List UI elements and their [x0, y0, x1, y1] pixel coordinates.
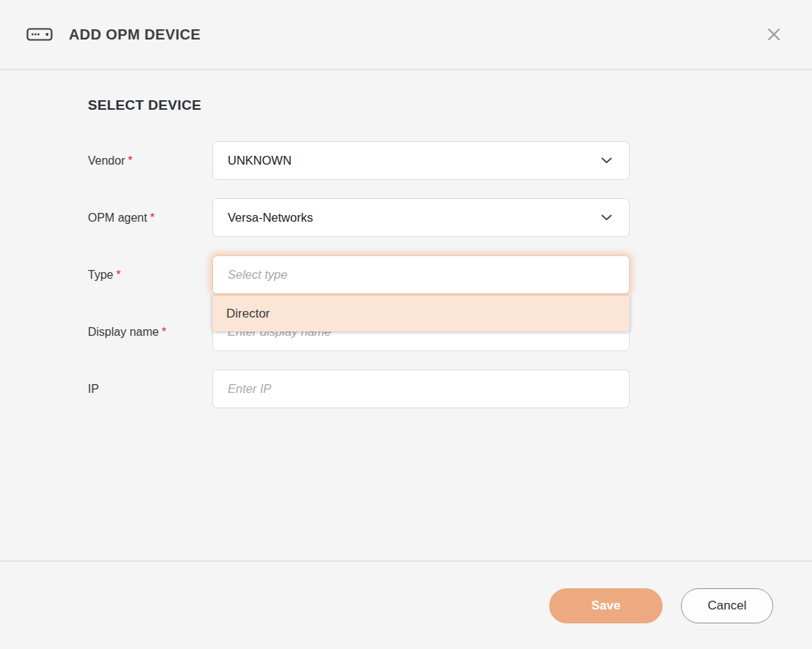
- vendor-label-text: Vendor: [88, 154, 125, 167]
- opm-agent-select[interactable]: Versa-Networks: [212, 198, 630, 237]
- type-option-director[interactable]: Director: [212, 296, 630, 331]
- required-asterisk: *: [128, 154, 133, 167]
- device-form: Vendor* UNKNOWN OPM agent* Vers: [88, 141, 812, 408]
- type-control-wrap: Director: [212, 255, 630, 294]
- ip-label: IP: [88, 383, 212, 396]
- opm-device-icon: [26, 27, 53, 42]
- chevron-down-icon: [600, 214, 613, 222]
- dialog-footer: Save Cancel: [0, 560, 812, 649]
- cancel-button[interactable]: Cancel: [681, 588, 773, 623]
- close-button[interactable]: [762, 23, 786, 46]
- ip-input[interactable]: [212, 369, 630, 408]
- form-row-opm-agent: OPM agent* Versa-Networks: [88, 198, 812, 237]
- add-opm-device-dialog: ADD OPM DEVICE SELECT DEVICE Vendor* UNK…: [0, 0, 812, 649]
- form-row-ip: IP: [88, 369, 812, 408]
- dialog-title: ADD OPM DEVICE: [69, 26, 201, 43]
- required-asterisk: *: [150, 211, 154, 224]
- opm-agent-selected-value: Versa-Networks: [228, 211, 313, 225]
- form-row-type: Type* Director: [88, 255, 812, 294]
- chevron-down-icon: [600, 157, 613, 165]
- type-input[interactable]: [212, 255, 630, 294]
- section-title: SELECT DEVICE: [88, 70, 812, 113]
- required-asterisk: *: [116, 269, 121, 281]
- ip-label-text: IP: [88, 383, 99, 395]
- form-row-vendor: Vendor* UNKNOWN: [88, 141, 812, 180]
- dialog-header: ADD OPM DEVICE: [0, 0, 812, 70]
- display-name-label-text: Display name: [88, 326, 159, 338]
- type-dropdown-menu: Director: [212, 296, 630, 331]
- vendor-selected-value: UNKNOWN: [228, 154, 291, 168]
- vendor-select[interactable]: UNKNOWN: [212, 141, 630, 180]
- close-icon: [765, 34, 783, 45]
- type-label-text: Type: [88, 269, 113, 281]
- type-label: Type*: [88, 269, 212, 282]
- opm-agent-label-text: OPM agent: [88, 211, 147, 224]
- display-name-label: Display name*: [88, 326, 212, 339]
- required-asterisk: *: [162, 326, 166, 338]
- vendor-label: Vendor*: [88, 154, 212, 168]
- dialog-body: SELECT DEVICE Vendor* UNKNOWN: [0, 70, 812, 408]
- opm-agent-label: OPM agent*: [88, 211, 212, 225]
- save-button[interactable]: Save: [549, 588, 663, 623]
